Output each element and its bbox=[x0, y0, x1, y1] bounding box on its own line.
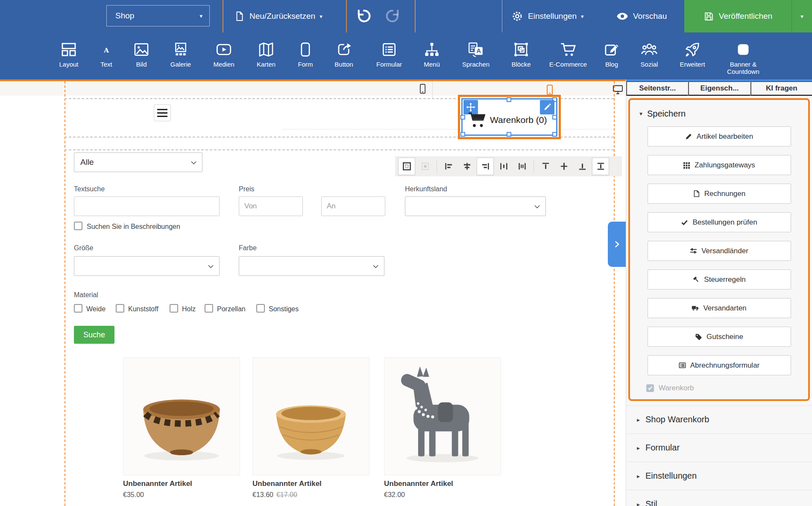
tab-page-structure[interactable]: Seitenstr... bbox=[626, 81, 688, 96]
publish-button[interactable]: Veröffentlichen bbox=[684, 0, 791, 32]
section-form[interactable]: ▸ Formular bbox=[626, 433, 812, 462]
tool-blocks[interactable]: Blöcke bbox=[501, 38, 541, 68]
origin-select[interactable] bbox=[405, 196, 546, 216]
editor-canvas: Warenkorb (0) Alle Textsuche Preis bbox=[0, 79, 626, 506]
tool-banner-countdown[interactable]: Banner & Countdown bbox=[724, 38, 763, 75]
product-card[interactable]: Unbenannter Artikel €35.00 bbox=[123, 357, 240, 499]
resize-handle[interactable] bbox=[460, 115, 465, 120]
resize-handle[interactable] bbox=[460, 132, 465, 137]
search-button[interactable]: Suche bbox=[74, 326, 114, 344]
tool-blog[interactable]: Blog bbox=[592, 38, 631, 68]
section-style[interactable]: ▸ Stil bbox=[626, 490, 812, 506]
tool-languages[interactable]: A Sprachen bbox=[456, 38, 495, 68]
eye-icon bbox=[616, 10, 629, 23]
row-guide bbox=[282, 129, 614, 129]
align-right-button[interactable] bbox=[477, 158, 494, 175]
billing-form-button[interactable]: Abrechnungsformular bbox=[648, 355, 791, 375]
shipping-countries-button[interactable]: Versandländer bbox=[648, 241, 791, 261]
tab-properties[interactable]: Eigensch... bbox=[688, 81, 750, 96]
tool-image[interactable]: Bild bbox=[122, 38, 161, 68]
material-checkbox-porzellan[interactable] bbox=[205, 304, 213, 313]
align-top-button[interactable] bbox=[537, 158, 554, 175]
shipping-methods-button[interactable]: Versandarten bbox=[648, 298, 791, 318]
material-checkbox-holz[interactable] bbox=[170, 304, 178, 313]
redo-button[interactable] bbox=[384, 8, 401, 24]
section-guide-left bbox=[64, 81, 65, 506]
review-orders-button[interactable]: Bestellungen prüfen bbox=[648, 212, 791, 232]
material-checkbox-sonstiges[interactable] bbox=[256, 304, 265, 313]
resize-handle[interactable] bbox=[507, 97, 511, 102]
resize-handle[interactable] bbox=[552, 115, 557, 120]
distribute-horizontal-button[interactable] bbox=[495, 158, 512, 175]
align-bottom-button[interactable] bbox=[574, 158, 591, 175]
edit-products-button[interactable]: Artikel bearbeiten bbox=[648, 126, 791, 146]
search-descriptions-checkbox[interactable] bbox=[74, 222, 82, 230]
tool-maps[interactable]: Karten bbox=[246, 38, 286, 68]
distribute-horizontal-2-button[interactable] bbox=[513, 158, 531, 175]
chevron-right-icon bbox=[613, 239, 621, 249]
material-checkbox-weide[interactable] bbox=[74, 304, 82, 313]
toolbar-divider bbox=[437, 160, 437, 173]
tax-rules-button[interactable]: Steuerregeln bbox=[648, 269, 791, 290]
cart-widget-selected[interactable]: Warenkorb (0) bbox=[458, 95, 561, 139]
invoices-button[interactable]: Rechnungen bbox=[648, 184, 791, 204]
insert-toolbar: Layout A Text Bild Galerie Medien Karten… bbox=[0, 32, 812, 79]
tool-text[interactable]: A Text bbox=[87, 38, 126, 68]
tool-shape[interactable]: Form bbox=[286, 38, 325, 68]
tool-ecommerce[interactable]: E-Commerce bbox=[548, 38, 588, 68]
padding-button[interactable] bbox=[416, 158, 434, 175]
product-image-wooden-bowl bbox=[123, 357, 240, 475]
material-checkbox-kunststoff[interactable] bbox=[116, 304, 124, 313]
preview-label: Vorschau bbox=[633, 12, 667, 21]
mobile-hidden-icon[interactable] bbox=[546, 84, 554, 96]
edit-element-button[interactable] bbox=[540, 100, 554, 114]
tool-form[interactable]: Formular bbox=[369, 38, 409, 68]
save-section-header[interactable]: ▾ Speichern bbox=[630, 105, 808, 122]
tab-ask-ai[interactable]: KI fragen bbox=[750, 81, 812, 96]
rocket-icon bbox=[684, 41, 701, 58]
device-bar-divider bbox=[432, 81, 433, 99]
gavel-icon bbox=[692, 276, 700, 283]
cart-widget-label: Warenkorb (0) bbox=[490, 115, 547, 125]
resize-handle[interactable] bbox=[552, 132, 557, 137]
new-reset-label: Neu/Zurücksetzen bbox=[249, 12, 315, 21]
tool-menu[interactable]: Menü bbox=[412, 38, 451, 68]
align-left-button[interactable] bbox=[440, 158, 457, 175]
color-select[interactable] bbox=[239, 256, 384, 276]
publish-options-button[interactable]: ▾ bbox=[791, 0, 812, 32]
mobile-preview-icon[interactable] bbox=[419, 83, 426, 94]
undo-button[interactable] bbox=[356, 8, 372, 24]
page-dropdown[interactable]: Shop ▾ bbox=[106, 5, 210, 26]
category-select[interactable]: Alle bbox=[74, 152, 202, 172]
mobile-menu-button[interactable] bbox=[154, 104, 171, 121]
align-center-horizontal-button[interactable] bbox=[458, 158, 475, 175]
tool-gallery[interactable]: Galerie bbox=[161, 38, 200, 68]
price-to-input[interactable] bbox=[321, 196, 385, 216]
preview-button[interactable]: Vorschau bbox=[616, 0, 667, 32]
section-shop-cart[interactable]: ▸ Shop Warenkorb bbox=[626, 405, 812, 433]
product-card[interactable]: Unbenannter Artikel €32.00 bbox=[384, 357, 501, 499]
toolbar-divider bbox=[502, 0, 502, 32]
section-settings[interactable]: ▸ Einstellungen bbox=[626, 462, 812, 490]
margins-button[interactable] bbox=[398, 158, 415, 175]
tool-media[interactable]: Medien bbox=[204, 38, 243, 68]
panel-expand-tab[interactable] bbox=[608, 222, 626, 267]
align-center-vertical-button[interactable] bbox=[555, 158, 572, 175]
tool-button[interactable]: Button bbox=[324, 38, 363, 68]
tool-advanced[interactable]: Erweitert bbox=[673, 38, 712, 68]
page-file-icon bbox=[234, 10, 245, 23]
price-from-input[interactable] bbox=[239, 196, 303, 216]
search-descriptions-label: Suchen Sie in Beschreibungen bbox=[87, 223, 180, 231]
new-reset-button[interactable]: Neu/Zurücksetzen ▾ bbox=[234, 0, 322, 32]
tool-social[interactable]: Sozial bbox=[630, 38, 669, 68]
size-select[interactable] bbox=[74, 256, 220, 276]
settings-button[interactable]: Einstellungen ▾ bbox=[511, 0, 584, 32]
file-icon bbox=[693, 190, 700, 197]
coupons-button[interactable]: Gutscheine bbox=[648, 327, 791, 347]
textsearch-input[interactable] bbox=[74, 196, 220, 216]
payment-gateways-button[interactable]: Zahlungsgateways bbox=[648, 155, 791, 175]
stretch-vertical-button[interactable] bbox=[592, 158, 609, 175]
product-card[interactable]: Unbenannter Artikel €13.60€17.00 bbox=[252, 357, 369, 499]
resize-handle[interactable] bbox=[507, 132, 511, 137]
tool-layout[interactable]: Layout bbox=[49, 38, 88, 68]
